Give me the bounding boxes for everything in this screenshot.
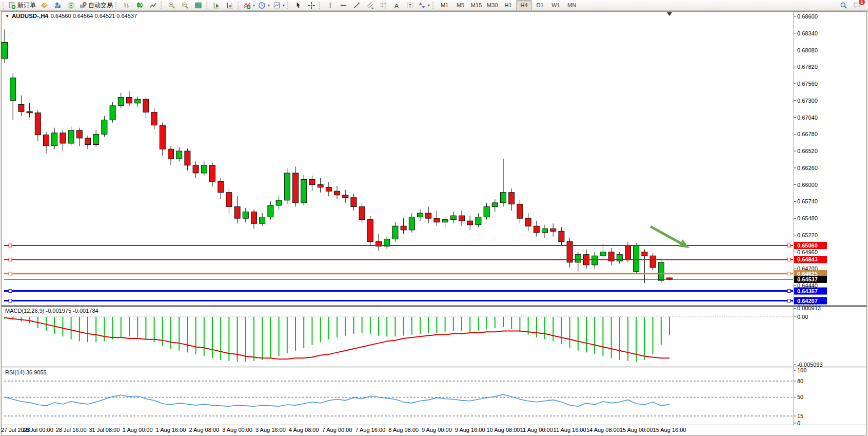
line-handle[interactable] xyxy=(787,290,791,293)
svg-text:T: T xyxy=(408,3,411,8)
autotrade-button[interactable]: 自动交易 xyxy=(77,0,114,10)
indicators-button[interactable]: ▾ xyxy=(242,0,257,10)
fibonacci-button[interactable]: F xyxy=(377,0,390,10)
trendline-icon xyxy=(353,2,361,9)
zoom-out-icon xyxy=(181,2,189,9)
svg-text:15 Aug 00:00: 15 Aug 00:00 xyxy=(620,427,653,433)
search-button[interactable] xyxy=(837,0,850,10)
svg-text:7 Aug 16:00: 7 Aug 16:00 xyxy=(355,427,385,433)
svg-text:0.65060: 0.65060 xyxy=(797,242,818,249)
svg-text:100: 100 xyxy=(797,367,806,373)
chart-symbol-label: AUDUSD-,H4 xyxy=(12,13,48,19)
search-icon xyxy=(840,2,847,9)
line-handle[interactable] xyxy=(787,299,791,302)
timeframe-M1[interactable]: M1 xyxy=(437,0,452,10)
new-order-icon xyxy=(8,2,16,9)
bar-chart-icon xyxy=(123,2,130,9)
svg-text:2 Aug 08:00: 2 Aug 08:00 xyxy=(189,427,219,433)
gold-cube-button[interactable] xyxy=(37,0,51,10)
rsi-indicator-label: RSI(14) 36.9055 xyxy=(5,369,47,375)
text-button[interactable]: A xyxy=(390,0,403,10)
svg-text:0.64357: 0.64357 xyxy=(797,288,818,294)
line-handle[interactable] xyxy=(787,272,791,275)
svg-text:11 Aug 16:00: 11 Aug 16:00 xyxy=(554,427,586,433)
line-handle[interactable] xyxy=(9,290,12,293)
line-handle[interactable] xyxy=(9,272,12,275)
auto-scroll-button[interactable] xyxy=(210,0,223,10)
svg-text:3 Aug 00:00: 3 Aug 00:00 xyxy=(222,427,252,433)
timeframe-H4[interactable]: H4 xyxy=(516,0,532,10)
autotrade-label: 自动交易 xyxy=(88,1,113,10)
toolbar-group-separator xyxy=(206,2,208,9)
arrow-objects-button[interactable]: ▾ xyxy=(417,0,431,10)
svg-text:0.67560: 0.67560 xyxy=(797,81,818,87)
svg-text:14 Aug 08:00: 14 Aug 08:00 xyxy=(586,427,620,433)
svg-text:0.64843: 0.64843 xyxy=(797,256,818,262)
vertical-line-button[interactable] xyxy=(323,0,337,10)
line-handle[interactable] xyxy=(787,244,791,247)
svg-text:50: 50 xyxy=(797,394,803,400)
line-handle[interactable] xyxy=(9,244,12,247)
svg-text:F: F xyxy=(384,6,386,9)
chart-window-frame xyxy=(2,12,867,435)
equidistant-channel-button[interactable]: E xyxy=(363,0,377,10)
svg-text:0.00: 0.00 xyxy=(797,314,808,320)
bar-chart-button[interactable] xyxy=(120,0,133,10)
market-profile-button[interactable] xyxy=(51,0,64,10)
cursor-button[interactable] xyxy=(291,0,305,10)
crosshair-button[interactable] xyxy=(305,0,318,10)
svg-text:1 Aug 16:00: 1 Aug 16:00 xyxy=(156,427,186,433)
chart-shift-icon xyxy=(226,2,234,9)
svg-text:0.66520: 0.66520 xyxy=(797,148,818,154)
periods-button[interactable]: ▾ xyxy=(257,0,271,10)
line-handle[interactable] xyxy=(9,258,12,261)
svg-text:15: 15 xyxy=(797,413,803,419)
new-order-label: 新订单 xyxy=(17,1,36,10)
svg-text:0.66780: 0.66780 xyxy=(797,131,818,137)
periods-clock-icon xyxy=(258,2,266,9)
candle-chart-button[interactable] xyxy=(133,0,146,10)
timeframe-W1[interactable]: W1 xyxy=(548,0,564,10)
svg-text:0.64960: 0.64960 xyxy=(797,249,818,255)
svg-text:8 Aug 08:00: 8 Aug 08:00 xyxy=(388,427,419,433)
toolbar-group-separator xyxy=(319,2,321,9)
time-axis[interactable]: 27 Jul 202328 Jul 00:0028 Jul 16:0031 Ju… xyxy=(1,427,686,433)
timeframe-D1[interactable]: D1 xyxy=(532,0,548,10)
text-label-button[interactable]: T xyxy=(403,0,417,10)
trendline-button[interactable] xyxy=(350,0,363,10)
tile-windows-button[interactable] xyxy=(191,0,205,10)
timeframe-M5[interactable]: M5 xyxy=(452,0,468,10)
signal-button[interactable] xyxy=(64,0,77,10)
svg-text:31 Jul 08:00: 31 Jul 08:00 xyxy=(89,427,120,433)
zoom-in-button[interactable] xyxy=(165,0,178,10)
arrow-objects-icon xyxy=(418,2,426,9)
svg-text:0.65740: 0.65740 xyxy=(797,198,818,204)
horizontal-line-button[interactable] xyxy=(337,0,350,10)
timeframe-M15[interactable]: M15 xyxy=(468,0,484,10)
timeframe-H1[interactable]: H1 xyxy=(500,0,516,10)
line-chart-button[interactable] xyxy=(146,0,160,10)
svg-text:0.66260: 0.66260 xyxy=(797,165,818,171)
chart-shift-button[interactable] xyxy=(223,0,236,10)
vertical-line-icon xyxy=(326,2,334,9)
templates-button[interactable]: ▾ xyxy=(271,0,286,10)
zoom-out-button[interactable] xyxy=(178,0,191,10)
toolbar-group-separator xyxy=(115,2,117,9)
svg-text:0.67300: 0.67300 xyxy=(797,98,818,104)
title-dropdown-triangle[interactable]: ▼ xyxy=(5,14,9,18)
new-order-button[interactable]: 新订单 xyxy=(7,0,37,10)
gold-cube-icon xyxy=(41,2,48,9)
autotrade-icon xyxy=(79,2,87,9)
chart-canvas[interactable]: 0.686000.683400.680800.678200.675600.673… xyxy=(0,0,868,436)
svg-text:0: 0 xyxy=(797,420,800,426)
timeframe-MN[interactable]: MN xyxy=(564,0,580,10)
line-handle[interactable] xyxy=(787,258,791,261)
timeframe-M30[interactable]: M30 xyxy=(484,0,500,10)
svg-text:28 Jul 00:00: 28 Jul 00:00 xyxy=(23,427,53,433)
line-handle[interactable] xyxy=(9,299,12,302)
equidistant-channel-icon: E xyxy=(366,2,374,9)
svg-text:80: 80 xyxy=(797,378,803,384)
svg-text:9 Aug 00:00: 9 Aug 00:00 xyxy=(422,427,452,433)
market-profile-icon xyxy=(54,2,62,9)
chat-button[interactable]: 1 xyxy=(850,0,863,10)
